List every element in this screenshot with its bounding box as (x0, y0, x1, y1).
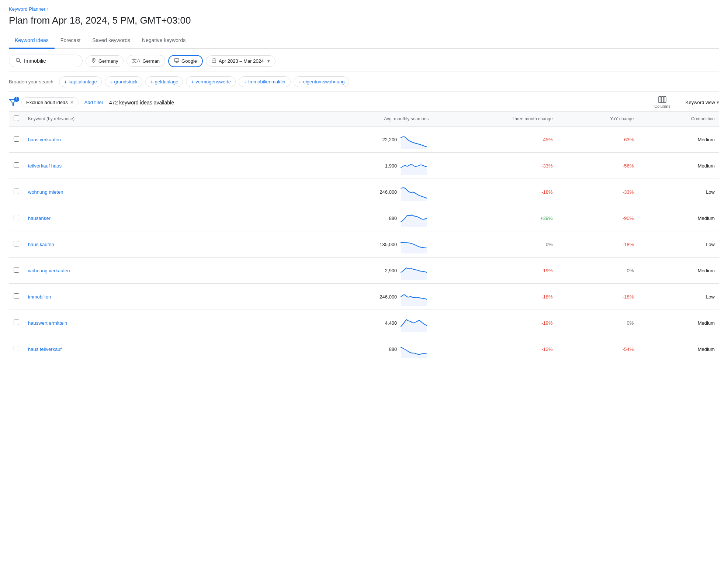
keyword-cell-7[interactable]: hauswert ermitteln (24, 310, 281, 336)
keyword-table: Keyword (by relevance) Avg. monthly sear… (9, 112, 719, 362)
row-checkbox-0[interactable] (14, 136, 19, 142)
table-row: wohnung verkaufen2,900-19%0%Medium (9, 258, 719, 284)
keyword-cell-8[interactable]: haus teilverkauf (24, 336, 281, 362)
broaden-chip-4[interactable]: + Immobilienmakler (239, 76, 291, 87)
three-month-cell-6: -18% (433, 284, 557, 310)
broaden-chip-label-2: geldanlage (155, 79, 178, 84)
exclude-close-icon[interactable]: ✕ (70, 100, 74, 105)
broaden-chip-label-4: Immobilienmakler (248, 79, 286, 84)
row-checkbox-2[interactable] (14, 189, 19, 194)
row-checkbox-1[interactable] (14, 162, 19, 168)
avg-val-6: 246,000 (377, 294, 397, 300)
sparkline-svg-0 (399, 130, 429, 149)
three-month-cell-4: 0% (433, 231, 557, 258)
competition-cell-3: Medium (638, 205, 719, 231)
broaden-chip-0[interactable]: + kapitalanlage (59, 76, 101, 87)
network-filter[interactable]: Google (168, 55, 203, 67)
competition-cell-1: Medium (638, 153, 719, 179)
keyword-cell-5[interactable]: wohnung verkaufen (24, 258, 281, 284)
keyword-cell-0[interactable]: haus verkaufen (24, 126, 281, 153)
sparkline-wrap-3: 880 (377, 209, 429, 227)
keyword-cell-4[interactable]: haus kaufen (24, 231, 281, 258)
row-checkbox-3[interactable] (14, 215, 19, 220)
competition-cell-0: Medium (638, 126, 719, 153)
broaden-chip-5[interactable]: + eigentumswohnung (294, 76, 350, 87)
avg-val-2: 246,000 (377, 189, 397, 195)
header-avg-monthly[interactable]: Avg. monthly searches (281, 112, 433, 126)
svg-line-1 (19, 61, 21, 63)
row-checkbox-cell (9, 310, 24, 336)
table-row: haus kaufen135,0000%-18%Low (9, 231, 719, 258)
date-dropdown-icon: ▾ (267, 58, 270, 64)
yoy-cell-1: -56% (557, 153, 638, 179)
avg-val-7: 4,400 (377, 320, 397, 326)
sparkline-wrap-4: 135,000 (377, 235, 429, 253)
row-checkbox-cell (9, 258, 24, 284)
broaden-chip-1[interactable]: + grundstück (105, 76, 142, 87)
row-checkbox-4[interactable] (14, 241, 19, 246)
sparkline-svg-3 (399, 209, 429, 227)
sparkline-wrap-5: 2,900 (377, 261, 429, 280)
avg-monthly-cell-5: 2,900 (281, 258, 433, 284)
exclude-label: Exclude adult ideas (26, 100, 68, 105)
header-three-month[interactable]: Three month change (433, 112, 557, 126)
tab-saved-keywords[interactable]: Saved keywords (86, 34, 136, 49)
sparkline-wrap-8: 880 (377, 340, 429, 358)
keyword-count: 472 keyword ideas available (109, 100, 174, 106)
row-checkbox-6[interactable] (14, 293, 19, 299)
filter-badge: 1 (14, 97, 19, 102)
keyword-cell-1[interactable]: teilverkauf haus (24, 153, 281, 179)
header-yoy[interactable]: YoY change (557, 112, 638, 126)
plus-icon-2: + (150, 79, 153, 85)
broaden-label: Broaden your search: (9, 79, 55, 84)
keyword-cell-6[interactable]: immobilien (24, 284, 281, 310)
plus-icon-0: + (64, 79, 67, 85)
broaden-chip-label-3: vermögenswerte (195, 79, 231, 84)
tab-forecast[interactable]: Forecast (55, 34, 86, 49)
toolbar-divider (678, 97, 678, 108)
search-value: Immobilie (24, 58, 46, 64)
sparkline-svg-8 (399, 340, 429, 358)
filter-bar: Immobilie Germany 文A German Goo (9, 49, 719, 72)
competition-cell-2: Low (638, 179, 719, 205)
sparkline-wrap-0: 22,200 (377, 130, 429, 149)
location-filter[interactable]: Germany (86, 55, 124, 67)
broaden-chip-label-1: grundstück (114, 79, 138, 84)
avg-monthly-cell-3: 880 (281, 205, 433, 231)
filter-icon-button[interactable]: 1 (9, 99, 17, 107)
plus-icon-5: + (298, 79, 302, 85)
table-row: haus verkaufen22,200-45%-63%Medium (9, 126, 719, 153)
row-checkbox-5[interactable] (14, 267, 19, 273)
broaden-chip-2[interactable]: + geldanlage (145, 76, 183, 87)
exclude-adult-pill[interactable]: Exclude adult ideas ✕ (21, 97, 79, 107)
view-dropdown[interactable]: Keyword view ▾ (686, 100, 719, 105)
yoy-cell-2: -33% (557, 179, 638, 205)
broaden-bar: Broaden your search: + kapitalanlage + g… (9, 72, 719, 92)
select-all-checkbox[interactable] (14, 115, 19, 121)
three-month-cell-7: -19% (433, 310, 557, 336)
header-competition[interactable]: Competition (638, 112, 719, 126)
tab-keyword-ideas[interactable]: Keyword ideas (9, 34, 55, 49)
search-pill[interactable]: Immobilie (9, 55, 83, 67)
keyword-cell-3[interactable]: hausanker (24, 205, 281, 231)
date-range-filter[interactable]: Apr 2023 – Mar 2024 ▾ (206, 55, 275, 67)
avg-val-1: 1,900 (377, 163, 397, 169)
language-filter[interactable]: 文A German (126, 55, 165, 67)
three-month-cell-1: -33% (433, 153, 557, 179)
add-filter-button[interactable]: Add filter (83, 98, 105, 107)
sparkline-svg-6 (399, 287, 429, 306)
breadcrumb-link[interactable]: Keyword Planner (9, 6, 45, 12)
columns-button[interactable]: Columns (654, 96, 670, 108)
tab-negative-keywords[interactable]: Negative keywords (136, 34, 191, 49)
row-checkbox-7[interactable] (14, 320, 19, 325)
header-keyword[interactable]: Keyword (by relevance) (24, 112, 281, 126)
table-row: teilverkauf haus1,900-33%-56%Medium (9, 153, 719, 179)
row-checkbox-cell (9, 126, 24, 153)
competition-cell-4: Low (638, 231, 719, 258)
svg-rect-12 (661, 97, 663, 103)
broaden-chip-3[interactable]: + vermögenswerte (186, 76, 236, 87)
row-checkbox-8[interactable] (14, 346, 19, 351)
search-icon (15, 57, 21, 65)
yoy-cell-5: 0% (557, 258, 638, 284)
keyword-cell-2[interactable]: wohnung mieten (24, 179, 281, 205)
